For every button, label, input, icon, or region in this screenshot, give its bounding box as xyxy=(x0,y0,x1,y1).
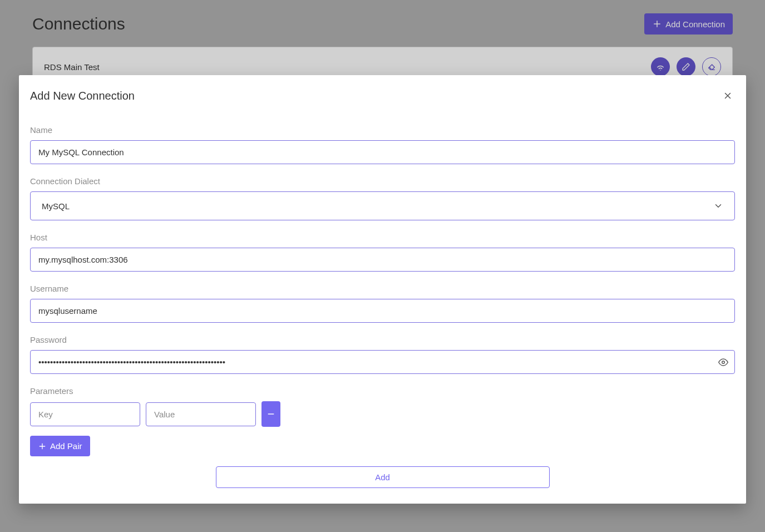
svg-point-5 xyxy=(722,361,725,363)
host-input[interactable] xyxy=(30,248,735,272)
name-label: Name xyxy=(30,125,735,135)
close-icon xyxy=(723,91,733,101)
modal-title: Add New Connection xyxy=(30,90,135,102)
toggle-password-button[interactable] xyxy=(718,357,728,367)
host-label: Host xyxy=(30,233,735,242)
parameters-label: Parameters xyxy=(30,386,735,396)
username-input[interactable] xyxy=(30,299,735,323)
close-modal-button[interactable] xyxy=(720,88,735,103)
name-input[interactable] xyxy=(30,140,735,164)
dialect-label: Connection Dialect xyxy=(30,176,735,186)
parameter-key-input[interactable] xyxy=(30,402,140,426)
add-connection-modal: Add New Connection Name Connection Diale… xyxy=(19,75,746,504)
dialect-select[interactable]: MySQL xyxy=(30,191,735,220)
add-pair-label: Add Pair xyxy=(50,441,82,451)
password-input[interactable] xyxy=(30,350,735,374)
parameter-value-input[interactable] xyxy=(146,402,256,426)
submit-add-button[interactable]: Add xyxy=(216,466,550,488)
add-pair-button[interactable]: Add Pair xyxy=(30,436,90,456)
dialect-value: MySQL xyxy=(42,201,70,211)
username-label: Username xyxy=(30,284,735,293)
remove-parameter-button[interactable] xyxy=(261,401,280,427)
parameter-row xyxy=(30,401,735,427)
eye-icon xyxy=(718,357,728,367)
plus-icon xyxy=(38,442,47,451)
minus-icon xyxy=(266,410,275,418)
chevron-down-icon xyxy=(713,201,723,211)
password-label: Password xyxy=(30,335,735,344)
